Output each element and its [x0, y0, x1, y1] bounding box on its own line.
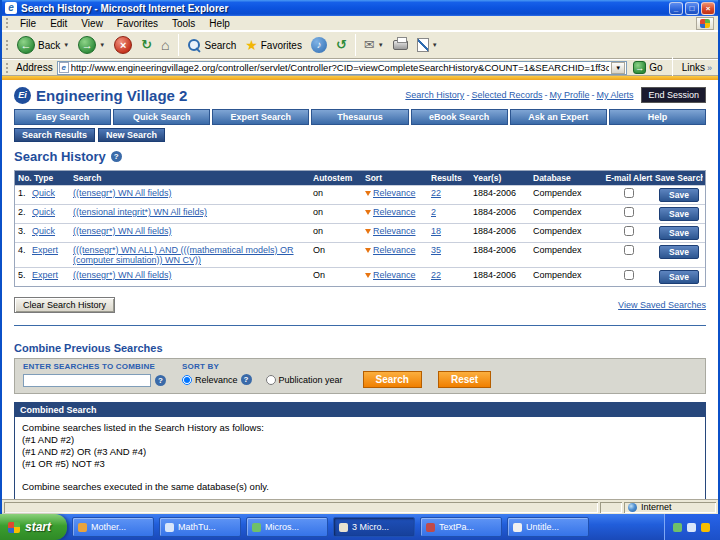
combine-input[interactable]: [23, 374, 151, 387]
save-button[interactable]: Save: [659, 226, 699, 240]
address-bar: Address e ▼ → Go Links »: [2, 59, 718, 76]
results-link[interactable]: 18: [431, 226, 441, 236]
search-link[interactable]: ((tensegr*) WN All fields): [73, 226, 172, 236]
close-button[interactable]: ×: [701, 2, 715, 15]
help-icon[interactable]: ?: [155, 375, 166, 386]
tab-expert-search[interactable]: Expert Search: [212, 109, 309, 125]
combine-reset-button[interactable]: Reset: [438, 371, 491, 388]
edit-button[interactable]: ▼: [413, 36, 442, 54]
menu-help[interactable]: Help: [203, 17, 236, 30]
address-input[interactable]: [71, 62, 610, 74]
back-button[interactable]: ← Back ▼: [13, 34, 73, 56]
address-dropdown-button[interactable]: ▼: [611, 62, 625, 74]
taskbar-item-active[interactable]: 3 Micro...: [333, 517, 415, 537]
tray-icon[interactable]: [687, 523, 696, 532]
menubar-grip[interactable]: [6, 18, 9, 28]
taskbar-item[interactable]: MathTu...: [159, 517, 241, 537]
print-button[interactable]: [389, 38, 412, 52]
link-my-alerts[interactable]: My Alerts: [596, 90, 633, 100]
tab-easy-search[interactable]: Easy Search: [14, 109, 111, 125]
menu-view[interactable]: View: [75, 17, 109, 30]
mail-button[interactable]: ✉ ▼: [360, 35, 388, 55]
home-button[interactable]: ⌂: [157, 35, 173, 55]
title-bar: e Search History - Microsoft Internet Ex…: [2, 0, 718, 16]
type-link[interactable]: Expert: [32, 270, 58, 280]
type-link[interactable]: Quick: [32, 207, 55, 217]
tab-ask-an-expert[interactable]: Ask an Expert: [510, 109, 607, 125]
search-link[interactable]: ((tensegr*) WN All fields): [73, 188, 172, 198]
taskbar-item[interactable]: TextPa...: [420, 517, 502, 537]
history-button[interactable]: ↺: [332, 35, 351, 55]
results-link[interactable]: 35: [431, 245, 441, 255]
minimize-button[interactable]: _: [669, 2, 683, 15]
publication-year-radio[interactable]: [266, 375, 276, 385]
forward-dropdown-icon[interactable]: ▼: [99, 42, 105, 48]
sort-link[interactable]: Relevance: [373, 245, 416, 255]
search-link[interactable]: ((tensional integrit*) WN All fields): [73, 207, 207, 217]
internet-zone-icon: [628, 503, 637, 512]
taskbar-item[interactable]: Untitle...: [507, 517, 589, 537]
save-button[interactable]: Save: [659, 270, 699, 284]
link-search-history[interactable]: Search History: [405, 90, 464, 100]
tray-icon[interactable]: [701, 523, 710, 532]
favorites-button[interactable]: ★ Favorites: [241, 35, 306, 55]
link-my-profile[interactable]: My Profile: [549, 90, 589, 100]
relevance-radio[interactable]: [182, 375, 192, 385]
sort-link[interactable]: Relevance: [373, 188, 416, 198]
tab-ebook-search[interactable]: eBook Search: [411, 109, 508, 125]
sort-link[interactable]: Relevance: [373, 207, 416, 217]
type-link[interactable]: Quick: [32, 188, 55, 198]
search-link[interactable]: (((tensegr*) WN ALL) AND (((mathematical…: [73, 245, 294, 265]
type-link[interactable]: Quick: [32, 226, 55, 236]
search-link[interactable]: ((tensegr*) WN All fields): [73, 270, 172, 280]
links-button[interactable]: Links »: [680, 62, 714, 73]
maximize-button[interactable]: □: [685, 2, 699, 15]
sort-desc-icon: [365, 191, 371, 196]
addressbar-grip[interactable]: [6, 63, 9, 73]
email-alert-checkbox[interactable]: [624, 245, 634, 255]
menu-file[interactable]: File: [14, 17, 42, 30]
results-link[interactable]: 22: [431, 270, 441, 280]
taskbar-item[interactable]: Mother...: [72, 517, 154, 537]
link-selected-records[interactable]: Selected Records: [471, 90, 542, 100]
tab-quick-search[interactable]: Quick Search: [113, 109, 210, 125]
edit-dropdown-icon[interactable]: ▼: [432, 42, 438, 48]
start-button[interactable]: start: [0, 514, 67, 540]
menu-favorites[interactable]: Favorites: [111, 17, 164, 30]
type-link[interactable]: Expert: [32, 245, 58, 255]
media-button[interactable]: ♪: [307, 35, 331, 55]
help-icon[interactable]: ?: [111, 151, 122, 162]
search-button[interactable]: Search: [183, 36, 241, 55]
toolbar-grip[interactable]: [6, 40, 9, 50]
back-dropdown-icon[interactable]: ▼: [63, 42, 69, 48]
tray-icon[interactable]: [673, 523, 682, 532]
taskbar-item[interactable]: Micros...: [246, 517, 328, 537]
save-button[interactable]: Save: [659, 245, 699, 259]
help-icon[interactable]: ?: [241, 374, 252, 385]
save-button[interactable]: Save: [659, 188, 699, 202]
results-link[interactable]: 2: [431, 207, 436, 217]
tab-help[interactable]: Help: [609, 109, 706, 125]
stop-button[interactable]: ×: [110, 34, 136, 56]
save-button[interactable]: Save: [659, 207, 699, 221]
mail-dropdown-icon[interactable]: ▼: [378, 42, 384, 48]
menu-edit[interactable]: Edit: [44, 17, 73, 30]
subtab-new-search[interactable]: New Search: [98, 128, 165, 142]
email-alert-checkbox[interactable]: [624, 226, 634, 236]
subtab-search-results[interactable]: Search Results: [14, 128, 95, 142]
go-button[interactable]: → Go: [631, 61, 664, 74]
sort-link[interactable]: Relevance: [373, 226, 416, 236]
clear-search-history-button[interactable]: Clear Search History: [14, 297, 115, 313]
refresh-button[interactable]: ↻: [137, 35, 156, 55]
tab-thesaurus[interactable]: Thesaurus: [311, 109, 408, 125]
combine-search-button[interactable]: Search: [363, 371, 422, 388]
email-alert-checkbox[interactable]: [624, 207, 634, 217]
view-saved-searches-link[interactable]: View Saved Searches: [618, 300, 706, 310]
menu-tools[interactable]: Tools: [166, 17, 201, 30]
email-alert-checkbox[interactable]: [624, 270, 634, 280]
sort-link[interactable]: Relevance: [373, 270, 416, 280]
forward-button[interactable]: → ▼: [74, 34, 109, 56]
email-alert-checkbox[interactable]: [624, 188, 634, 198]
results-link[interactable]: 22: [431, 188, 441, 198]
end-session-button[interactable]: End Session: [641, 87, 706, 103]
